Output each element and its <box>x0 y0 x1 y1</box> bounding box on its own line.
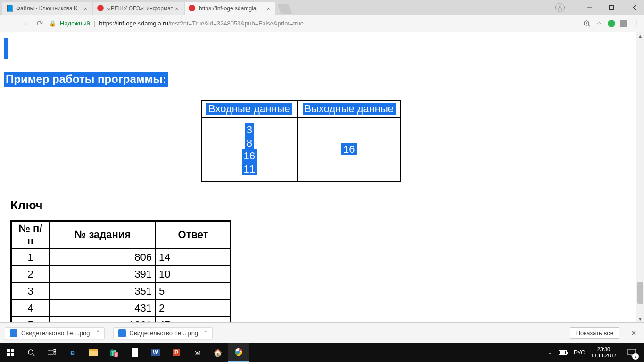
io-input-cell: 3 8 16 11 <box>201 117 297 181</box>
close-icon[interactable]: × <box>628 329 639 337</box>
chevron-up-icon[interactable]: ˄ <box>97 330 99 336</box>
cell-n: 1 <box>11 249 50 266</box>
io-in-value: 11 <box>242 163 257 176</box>
zoom-icon[interactable] <box>583 19 591 28</box>
browser-tab-strip: 📘 Файлы - Клюшникова К × «РЕШУ ОГЭ»: инф… <box>0 0 644 15</box>
io-in-value: 8 <box>245 137 254 150</box>
scroll-track[interactable] <box>636 40 644 315</box>
windows-taskbar: e 🛍️ W P ✉ 🏠 ︿ РУС 23:30 13.11.2017 2 <box>0 343 644 362</box>
browser-tab-active[interactable]: https://inf-oge.sdamgia. × <box>185 2 275 15</box>
language-indicator[interactable]: РУС <box>574 349 585 356</box>
taskbar-app-chrome[interactable] <box>228 343 249 362</box>
cell-n: 3 <box>11 283 50 300</box>
battery-icon[interactable] <box>559 350 568 355</box>
nav-forward-button[interactable]: → <box>19 19 30 28</box>
star-icon[interactable]: ☆ <box>595 19 603 28</box>
svg-rect-16 <box>54 350 56 352</box>
download-item[interactable]: Свидетельство Те....png ˄ <box>5 327 105 339</box>
io-table: Входные данные Выходные данные 3 8 16 11… <box>201 100 401 182</box>
window-minimize-button[interactable] <box>579 0 601 15</box>
taskbar-app-edge[interactable]: e <box>62 343 83 362</box>
io-header-out: Выходные данные <box>297 100 401 117</box>
downloads-shelf: Свидетельство Те....png ˄ Свидетельство … <box>0 322 644 343</box>
search-icon[interactable] <box>21 343 41 362</box>
browser-tab[interactable]: «РЕШУ ОГЭ»: информат × <box>93 2 184 15</box>
table-row: 3 351 5 <box>11 283 231 300</box>
cell-n: 5 <box>11 317 50 323</box>
scroll-thumb[interactable] <box>637 282 643 304</box>
site-icon <box>97 5 105 12</box>
new-tab-button[interactable] <box>277 4 292 14</box>
window-close-button[interactable] <box>622 0 644 15</box>
extension-grey-icon[interactable] <box>619 19 628 28</box>
browser-tab[interactable]: 📘 Файлы - Клюшникова К × <box>2 2 92 15</box>
svg-rect-9 <box>7 349 10 352</box>
clock-date: 13.11.2017 <box>591 353 617 359</box>
cell-task: 351 <box>50 283 156 300</box>
cell-task: 391 <box>50 266 156 283</box>
cell-answer: 45 <box>156 317 231 323</box>
io-out-value: 16 <box>341 143 356 155</box>
svg-rect-17 <box>54 353 56 354</box>
taskbar-app-explorer[interactable] <box>83 343 104 362</box>
cell-answer: 10 <box>156 266 231 283</box>
tray-chevron-up-icon[interactable]: ︿ <box>547 349 553 357</box>
svg-rect-11 <box>7 353 10 356</box>
extension-green-icon[interactable] <box>607 19 616 28</box>
notifications-icon[interactable]: 2 <box>622 343 641 362</box>
show-all-downloads-button[interactable]: Показать все <box>570 327 619 339</box>
window-maximize-button[interactable] <box>601 0 622 15</box>
taskbar-app-word[interactable]: W <box>145 343 166 362</box>
window-controls <box>555 0 644 15</box>
vertical-scrollbar[interactable]: ▲ ▼ <box>636 32 644 322</box>
svg-rect-2 <box>610 6 614 10</box>
table-row: 1 806 14 <box>11 249 231 266</box>
taskbar-app-mail[interactable]: ✉ <box>187 343 207 362</box>
table-header-row: № п/п № задания Ответ <box>11 221 231 249</box>
scroll-up-icon[interactable]: ▲ <box>636 32 644 40</box>
url-host: https://inf-oge.sdamgia.ru <box>99 20 168 27</box>
url-path: /test?nt=True&id=3248053&pub=False&print… <box>168 20 304 27</box>
scroll-down-icon[interactable]: ▼ <box>636 315 644 322</box>
taskbar-app-notepad[interactable] <box>124 343 145 362</box>
svg-rect-21 <box>567 352 568 354</box>
clock[interactable]: 23:30 13.11.2017 <box>591 346 617 358</box>
cell-n: 4 <box>11 300 50 317</box>
taskbar-app-powerpoint[interactable]: P <box>166 343 187 362</box>
close-icon[interactable]: × <box>265 5 272 12</box>
table-row: 2 391 10 <box>11 266 231 283</box>
taskbar-app-home[interactable]: 🏠 <box>207 343 228 362</box>
taskbar-app-store[interactable]: 🛍️ <box>104 343 124 362</box>
page-viewport: Пример работы программы: Входные данные … <box>0 32 644 322</box>
chevron-up-icon[interactable]: ˄ <box>205 330 207 336</box>
book-icon: 📘 <box>6 5 13 12</box>
lock-icon: 🔒 <box>49 20 56 27</box>
clock-time: 23:30 <box>591 346 617 353</box>
download-filename: Свидетельство Те....png <box>130 329 198 337</box>
start-button[interactable] <box>0 343 21 362</box>
tab-label: Файлы - Клюшникова К <box>16 5 82 12</box>
example-title: Пример работы программы: <box>4 72 168 87</box>
selection-stub <box>4 38 8 59</box>
svg-rect-10 <box>11 349 14 352</box>
menu-icon[interactable]: ⋮ <box>632 19 640 28</box>
cell-n: 2 <box>11 266 50 283</box>
answers-table: № п/п № задания Ответ 1 806 14 2 391 10 … <box>10 220 231 322</box>
cell-task: 431 <box>50 300 156 317</box>
file-icon <box>118 329 126 337</box>
nav-back-button[interactable]: ← <box>4 19 15 28</box>
download-item[interactable]: Свидетельство Те....png ˄ <box>113 327 213 339</box>
secure-label: Надежный <box>60 20 90 27</box>
url-field[interactable]: https://inf-oge.sdamgia.ru/test?nt=True&… <box>99 20 579 27</box>
cell-task: 1061 <box>50 317 156 323</box>
svg-rect-22 <box>560 351 565 354</box>
close-icon[interactable]: × <box>173 5 180 12</box>
site-icon <box>189 5 196 12</box>
table-row: 5 1061 45 <box>11 317 231 323</box>
account-icon[interactable] <box>555 3 565 12</box>
separator: | <box>94 20 95 27</box>
io-in-value: 16 <box>242 149 257 163</box>
nav-reload-button[interactable]: ⟳ <box>34 19 45 28</box>
close-icon[interactable]: × <box>82 5 89 12</box>
task-view-icon[interactable] <box>41 343 62 362</box>
